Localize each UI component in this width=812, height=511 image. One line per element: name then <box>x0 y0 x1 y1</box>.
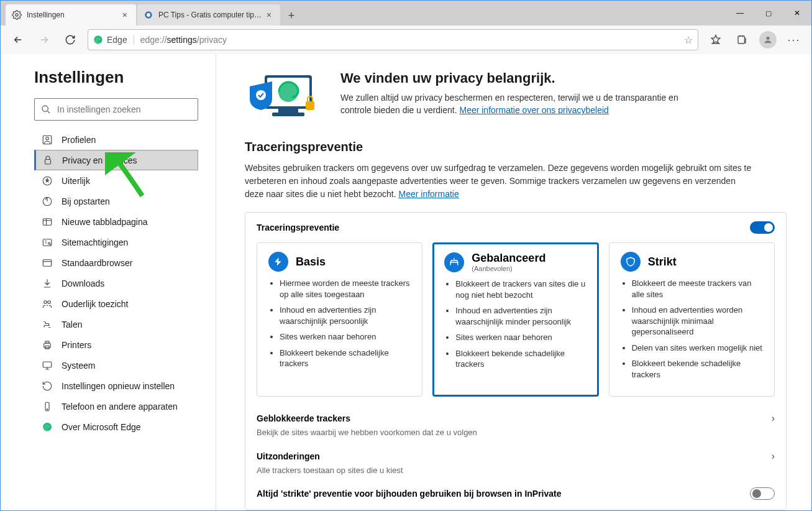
close-window-button[interactable]: ✕ <box>783 1 811 25</box>
sidebar-item-label: Instellingen opnieuw instellen <box>62 381 175 391</box>
sidebar-item-default-browser[interactable]: Standaardbrowser <box>34 252 198 273</box>
sidebar-item-label: Sitemachtigingen <box>62 237 128 247</box>
sidebar-item-reset[interactable]: Instellingen opnieuw instellen <box>34 375 198 396</box>
minimize-button[interactable]: — <box>726 1 754 25</box>
search-input[interactable] <box>57 104 191 114</box>
svg-rect-18 <box>44 343 51 348</box>
svg-point-5 <box>766 37 769 40</box>
sidebar-item-downloads[interactable]: Downloads <box>34 273 198 293</box>
blocked-trackers-row[interactable]: Geblokkeerde trackers › <box>257 405 775 428</box>
close-icon[interactable]: × <box>264 10 274 20</box>
sidebar-item-site-permissions[interactable]: Sitemachtigingen <box>34 232 198 252</box>
privacy-policy-link[interactable]: Meer informatie over ons privacybeleid <box>459 105 608 115</box>
card-bullet: Sites werken naar behoren <box>455 332 586 343</box>
tracking-card-balanced[interactable]: Gebalanceerd(Aanbevolen)Blokkeert de tra… <box>432 242 598 397</box>
settings-search[interactable] <box>34 98 198 121</box>
maximize-button[interactable]: ▢ <box>754 1 783 25</box>
svg-point-14 <box>48 242 50 244</box>
balanced-icon <box>444 252 464 272</box>
panel-title: Traceringspreventie <box>257 223 339 232</box>
newtab-icon <box>42 216 53 228</box>
card-title: Basis <box>296 255 326 269</box>
sidebar-item-family[interactable]: Ouderlijk toezicht <box>34 293 198 314</box>
svg-rect-4 <box>738 36 745 44</box>
back-button[interactable] <box>6 27 30 52</box>
tracking-more-link[interactable]: Meer informatie <box>399 189 459 199</box>
languages-icon <box>42 319 53 330</box>
card-title: Gebalanceerd <box>472 252 545 265</box>
chevron-right-icon: › <box>772 451 775 462</box>
collections-button[interactable] <box>729 27 754 52</box>
card-bullets: Blokkeert de trackers van sites die u no… <box>444 279 586 370</box>
sidebar-item-profiles[interactable]: Profielen <box>34 129 198 150</box>
inprivate-strict-toggle[interactable] <box>750 487 775 500</box>
exceptions-row[interactable]: Uitzonderingen › <box>257 443 775 466</box>
sidebar-item-appearance[interactable]: Uiterlijk <box>34 170 198 191</box>
sidebar-item-printers[interactable]: Printers <box>34 334 198 355</box>
strict-icon <box>621 252 641 272</box>
inprivate-strict-label: Altijd 'strikte' preventie voor bijhoude… <box>257 489 562 499</box>
reset-icon <box>42 380 53 392</box>
favorite-star-icon[interactable]: ☆ <box>684 34 693 46</box>
blocked-trackers-title: Geblokkeerde trackers <box>257 413 350 423</box>
appearance-icon <box>42 175 53 186</box>
family-icon <box>42 298 53 310</box>
tracking-card-strict[interactable]: StriktBlokkeert de meeste trackers van a… <box>609 242 775 397</box>
sidebar-item-phone[interactable]: Telefoon en andere apparaten <box>34 396 198 417</box>
intro-body: We zullen altijd uw privacy beschermen e… <box>340 91 688 117</box>
more-button[interactable]: ··· <box>782 27 806 52</box>
card-bullets: Blokkeert de meeste trackers van alle si… <box>621 278 763 380</box>
svg-rect-9 <box>45 159 51 164</box>
site-icon <box>144 10 153 20</box>
svg-point-16 <box>44 300 47 303</box>
exceptions-desc: Alle trackers toestaan op sites die u ki… <box>257 466 775 475</box>
card-bullet: Inhoud en advertenties zijn waarschijnli… <box>455 305 586 327</box>
content-area: We vinden uw privacy belangrijk. We zull… <box>216 54 811 510</box>
refresh-button[interactable] <box>58 27 83 52</box>
sidebar-item-system[interactable]: Systeem <box>34 355 198 375</box>
svg-point-2 <box>147 13 150 17</box>
tracking-toggle[interactable] <box>750 221 775 234</box>
site-permissions-icon <box>42 237 53 248</box>
close-icon[interactable]: × <box>120 10 130 20</box>
sidebar-item-about[interactable]: Over Microsoft Edge <box>34 417 198 437</box>
favorites-button[interactable] <box>703 27 728 52</box>
search-icon <box>41 104 51 114</box>
sidebar-item-newtab[interactable]: Nieuwe tabbladpagina <box>34 211 198 232</box>
card-bullet: Inhoud en advertenties worden waarschijn… <box>632 305 763 338</box>
basic-icon <box>268 252 288 272</box>
svg-point-30 <box>256 90 266 100</box>
sidebar-item-languages[interactable]: Talen <box>34 314 198 334</box>
sidebar-item-privacy[interactable]: Privacy en services <box>34 150 198 170</box>
intro-title: We vinden uw privacy belangrijk. <box>340 70 688 86</box>
sidebar-item-label: Over Microsoft Edge <box>62 422 141 432</box>
sidebar-item-label: Bij opstarten <box>62 196 110 206</box>
new-tab-button[interactable]: + <box>281 6 301 25</box>
sidebar-item-startup[interactable]: Bij opstarten <box>34 191 198 211</box>
sidebar-item-label: Profielen <box>62 135 96 145</box>
sidebar-item-label: Systeem <box>62 361 95 371</box>
address-url: edge://settings/privacy <box>140 35 684 45</box>
sidebar: Instellingen ProfielenPrivacy en service… <box>1 54 216 510</box>
address-bar[interactable]: Edge edge://settings/privacy ☆ <box>88 29 698 50</box>
svg-point-17 <box>48 300 51 303</box>
toolbar: Edge edge://settings/privacy ☆ ··· <box>1 25 811 54</box>
downloads-icon <box>42 278 53 289</box>
svg-rect-31 <box>306 101 314 110</box>
tracking-card-basic[interactable]: BasisHiermee worden de meeste trackers o… <box>257 242 422 397</box>
card-subtitle: (Aanbevolen) <box>472 265 545 272</box>
svg-rect-29 <box>272 113 304 116</box>
sidebar-item-label: Talen <box>62 320 82 329</box>
address-identity: Edge <box>93 35 134 45</box>
profile-button[interactable] <box>755 27 780 52</box>
tracking-desc: Websites gebruiken trackers om gegevens … <box>245 162 754 201</box>
window-controls: — ▢ ✕ <box>726 1 811 25</box>
tab-pctips[interactable]: PC Tips - Gratis computer tips! - × <box>137 4 280 25</box>
svg-rect-19 <box>45 341 49 343</box>
tab-settings[interactable]: Instellingen × <box>6 4 136 25</box>
startup-icon <box>42 196 53 207</box>
forward-button[interactable] <box>32 27 57 52</box>
avatar-icon <box>759 31 777 48</box>
svg-point-0 <box>16 14 18 16</box>
edge-icon <box>93 35 103 45</box>
